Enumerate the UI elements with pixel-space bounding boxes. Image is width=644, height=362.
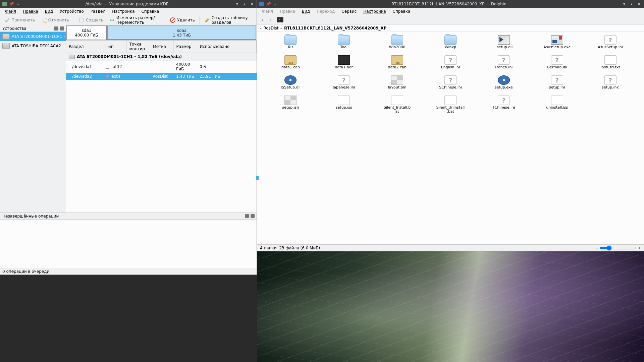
partition-map-sda1[interactable]: sda1 400,00 ГиБ [66,25,107,40]
pin-icon[interactable]: 📌 [266,2,271,6]
statusbar: 0 операций в очереди [0,268,257,275]
file-item[interactable]: setup.ini [530,75,584,95]
file-item[interactable]: Silent_Uninstall.bat [424,95,477,115]
partition-map-sda2[interactable]: sda2 1,43 ТиБ [107,25,256,40]
back-button[interactable]: ◂ [259,17,265,23]
col-partition[interactable]: Раздел [66,41,103,53]
close-panel-icon[interactable] [251,214,255,218]
zoom-slider[interactable]: – + [596,245,641,251]
close-panel-icon[interactable] [60,26,64,31]
file-item[interactable]: Winxp [424,35,477,55]
file-label: French.ini [495,65,513,69]
float-panel-icon[interactable] [54,26,58,31]
zoom-range[interactable] [599,245,636,251]
menu-go[interactable]: Переход [313,8,338,15]
pending-operations-panel: Незавершённые операции [0,213,257,268]
col-used[interactable]: Использовано [197,41,257,53]
close-button[interactable]: ✕ [636,1,642,7]
menu-edit[interactable]: Правка [19,8,42,15]
devices-panel: Устройства ATA ST2000DM001-1CH1 – 1,82 Т… [0,25,66,213]
unk-icon [444,55,457,65]
menu-settings[interactable]: Настройка [109,8,138,15]
titlebar[interactable]: 📌 ⌄ /dev/sda — Управление разделами KDE … [0,0,257,8]
file-item[interactable]: layout.bin [371,75,424,95]
terminal-button[interactable] [277,17,283,22]
maximize-button[interactable]: ▴ [242,1,247,7]
menu-file[interactable]: Файл [259,8,276,15]
breadcrumb-root-icon[interactable]: ▸ [260,26,262,30]
file-item[interactable]: German.ini [530,55,584,75]
menu-help[interactable]: Справка [389,8,414,15]
zoom-out-icon[interactable]: – [596,246,598,250]
file-item[interactable]: TChinese.ini [477,95,530,115]
device-item[interactable]: ATA TOSHIBA DT01ACA2 – 1,82 Ти… [0,41,66,51]
delete-icon [170,17,175,23]
file-item[interactable]: French.ini [477,55,530,75]
col-type[interactable]: Тип [103,41,126,53]
menu-view[interactable]: Вид [299,8,313,15]
create-table-button[interactable]: Создать таблицу разделов [202,14,255,26]
file-item[interactable]: data1.hdr [317,55,371,75]
file-item[interactable]: Ris [264,35,317,55]
file-item[interactable]: data1.cab [264,55,317,75]
file-item[interactable]: Silent_Install.bat [371,95,424,115]
resize-icon [109,17,115,23]
breadcrumb-item[interactable]: RosDist [264,26,279,31]
delete-button[interactable]: Удалить [167,16,198,24]
splitter-handle[interactable] [256,176,259,180]
menu-view[interactable]: Вид [42,8,56,15]
col-size[interactable]: Размер [173,41,197,53]
resize-button[interactable]: Изменить размер/Переместить [107,14,167,26]
file-item[interactable]: setup.iss [317,95,371,115]
status-text: 4 папки. 23 файла (6,0 МиБ) [260,246,320,250]
menu-partition[interactable]: Раздел [87,8,109,15]
partition-row[interactable]: /dev/sda2ext4RosDist1,43 ТиБ23,91 ГиБ [66,73,257,80]
menu-tools[interactable]: Сервис [338,8,360,15]
breadcrumb-item-current[interactable]: RTL8111BCRTL8112L_LAN_V57286042009_XP [284,26,387,31]
minimize-button[interactable]: ▾ [234,1,240,7]
close-button[interactable]: ✕ [249,1,255,7]
file-item[interactable]: Tool [317,35,371,55]
devices-header: Устройства [0,25,66,32]
unk-icon [444,75,457,85]
file-item[interactable]: _setup.dll [477,35,530,55]
file-item[interactable]: AsusSetup.exe [530,35,584,55]
file-item[interactable]: setup.inx [584,75,637,95]
file-item[interactable]: data2.cab [371,55,424,75]
maximize-button[interactable]: ▴ [629,1,634,7]
menu-device[interactable]: Устройство [56,8,87,15]
file-item[interactable]: Japanese.ini [317,75,371,95]
file-item[interactable]: SChinese.ini [424,75,477,95]
col-mount[interactable]: Точка монтир [126,41,150,53]
menu-settings[interactable]: Настройка [360,8,389,15]
file-label: German.ini [547,65,567,69]
titlebar[interactable]: 📌 ⌄ RTL8111BCRTL8112L_LAN_V57286042009_X… [257,0,644,8]
zoom-in-icon[interactable]: + [638,246,641,250]
pin-icon[interactable]: 📌 [9,2,14,6]
forward-button[interactable]: ▸ [268,17,274,23]
menu-edit[interactable]: Правка [276,8,299,15]
device-item[interactable]: ATA ST2000DM001-1CH1 – 1,82 Ти… [0,32,66,41]
file-label: AsusSetup.exe [543,45,571,49]
file-item[interactable]: uninstall.iss [530,95,584,115]
partition-row[interactable]: /dev/sda1fat32400,00 ГиБ0 Б [66,61,257,73]
file-item[interactable]: InstCtrl.txt [584,55,637,75]
file-label: data1.hdr [335,65,353,69]
file-item[interactable]: setup.exe [477,75,530,95]
disk-row[interactable]: ATA ST2000DM001-1CH1 – 1,82 ТиБ (/dev/sd… [66,53,257,61]
file-item[interactable]: ISSetup.dll [264,75,317,95]
file-item[interactable]: AsusSetup.ini [584,35,637,55]
minimize-button[interactable]: ▾ [622,1,627,7]
file-label: Ris [288,45,293,49]
file-item[interactable]: Win2000 [371,35,424,55]
shade-icon[interactable]: ⌄ [16,2,19,6]
breadcrumb[interactable]: ▸ RosDist ▸ RTL8111BCRTL8112L_LAN_V57286… [257,24,644,32]
menu-file[interactable]: Файл [2,8,19,15]
float-panel-icon[interactable] [245,214,249,218]
file-item[interactable]: English.ini [424,55,477,75]
col-label[interactable]: Метка [150,41,173,53]
menu-help[interactable]: Справка [138,8,162,15]
file-icon-view[interactable]: RisToolWin2000Winxp_setup.dllAsusSetup.e… [257,32,644,244]
file-item[interactable]: setup.isn [264,95,317,115]
shade-icon[interactable]: ⌄ [273,2,276,6]
